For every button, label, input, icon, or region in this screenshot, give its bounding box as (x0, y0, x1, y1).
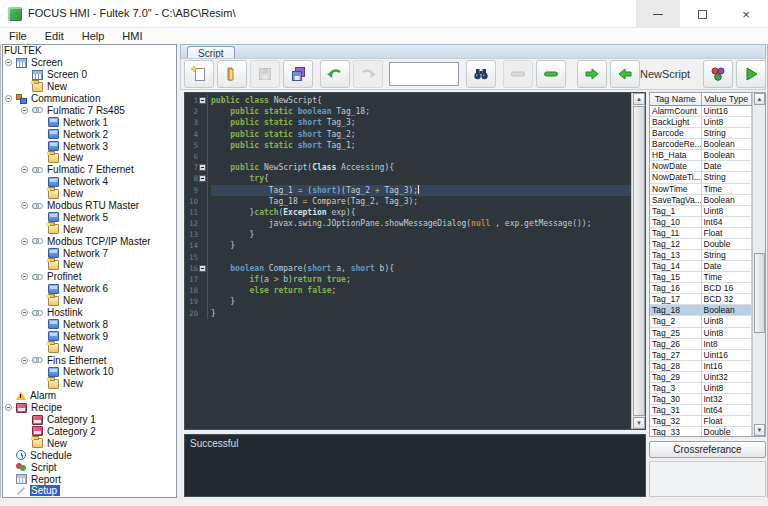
expand-handle-icon[interactable] (21, 273, 28, 280)
tag-row-backlight[interactable]: BackLightUint8 (650, 117, 752, 128)
find-button[interactable] (466, 60, 496, 88)
tag-row-tag-27[interactable]: Tag_27Uint16 (650, 350, 752, 361)
expand-handle-icon[interactable] (5, 95, 12, 102)
tag-row-savetagva-[interactable]: SaveTagVa...Boolean (650, 195, 752, 206)
tree-item-hostlink[interactable]: Hostlink (3, 307, 176, 319)
tag-row-tag-16[interactable]: Tag_16BCD 16 (650, 283, 752, 294)
tree-item-fulmatic-7-ethernet[interactable]: Fulmatic 7 Ethernet (3, 164, 176, 176)
tag-row-tag-30[interactable]: Tag_30Int32 (650, 394, 752, 405)
expand-handle-icon[interactable] (21, 202, 28, 209)
arrow-left-button[interactable] (610, 60, 640, 88)
tree-item-new[interactable]: New (3, 81, 176, 93)
tree-item-new[interactable]: New (3, 342, 176, 354)
tag-row-tag-11[interactable]: Tag_11Float (650, 228, 752, 239)
undo-button[interactable] (320, 60, 350, 88)
editor-scrollbar-thumb[interactable] (633, 106, 645, 416)
tag-scrollbar-thumb[interactable] (754, 253, 765, 333)
dash-green-button[interactable] (536, 60, 566, 88)
tree-item-new[interactable]: New (3, 152, 176, 164)
menu-item-file[interactable]: File (0, 28, 36, 44)
tree-item-network-9[interactable]: Network 9 (3, 330, 176, 342)
expand-handle-icon[interactable] (5, 59, 12, 66)
expand-handle-icon[interactable] (21, 166, 28, 173)
column-header-tag-name[interactable]: Tag Name (650, 93, 702, 105)
tag-row-nowdateti-[interactable]: NowDateTi...String (650, 172, 752, 183)
tree-item-new[interactable]: New (3, 223, 176, 235)
tree-item-network-6[interactable]: Network 6 (3, 283, 176, 295)
tree-item-alarm[interactable]: Alarm (3, 390, 176, 402)
tree-item-script[interactable]: Script (3, 461, 176, 473)
menu-item-edit[interactable]: Edit (36, 28, 73, 44)
tag-row-nowdate[interactable]: NowDateDate (650, 161, 752, 172)
tag-row-tag-25[interactable]: Tag_25Uint8 (650, 328, 752, 339)
menu-item-help[interactable]: Help (73, 28, 114, 44)
tag-table-scrollbar[interactable]: ▲ ▼ (752, 93, 765, 436)
tag-row-tag-26[interactable]: Tag_26Int8 (650, 339, 752, 350)
fold-collapse-icon[interactable] (199, 97, 206, 104)
tree-item-setup[interactable]: Setup (3, 485, 176, 497)
new-script-button[interactable] (184, 60, 214, 88)
code-area[interactable]: 1public class NewScript{2 public static … (185, 93, 631, 429)
tree-item-new[interactable]: New (3, 295, 176, 307)
tree-item-new[interactable]: New (3, 259, 176, 271)
close-button[interactable]: × (724, 0, 768, 28)
tag-row-tag-18[interactable]: Tag_18Boolean (650, 305, 752, 316)
tree-item-network-1[interactable]: Network 1 (3, 116, 176, 128)
tree-item-schedule[interactable]: Schedule (3, 449, 176, 461)
tree-item-fulmatic-7-rs485[interactable]: Fulmatic 7 Rs485 (3, 104, 176, 116)
arrow-right-button[interactable] (577, 60, 607, 88)
tag-row-hb-hata[interactable]: HB_HataBoolean (650, 150, 752, 161)
tag-row-tag-33[interactable]: Tag_33Double (650, 427, 752, 436)
tree-item-recipe[interactable]: Recipe (3, 402, 176, 414)
crossreference-button[interactable]: Crossreferance (649, 441, 766, 458)
fold-collapse-icon[interactable] (199, 164, 206, 171)
tag-row-tag-28[interactable]: Tag_28Int16 (650, 361, 752, 372)
save-all-button[interactable] (283, 60, 313, 88)
expand-handle-icon[interactable] (21, 107, 28, 114)
tag-row-tag-13[interactable]: Tag_13String (650, 250, 752, 261)
tree-item-screen[interactable]: Screen (3, 57, 176, 69)
expand-handle-icon[interactable] (21, 357, 28, 364)
tree-item-profinet[interactable]: Profinet (3, 271, 176, 283)
tag-row-tag-14[interactable]: Tag_14Date (650, 261, 752, 272)
tree-item-network-5[interactable]: Network 5 (3, 211, 176, 223)
tree-item-new[interactable]: New (3, 378, 176, 390)
fold-collapse-icon[interactable] (199, 265, 206, 272)
tree-item-network-3[interactable]: Network 3 (3, 140, 176, 152)
tag-row-tag-3[interactable]: Tag_3Uint8 (650, 383, 752, 394)
expand-handle-icon[interactable] (21, 309, 28, 316)
tag-row-tag-17[interactable]: Tag_17BCD 32 (650, 294, 752, 305)
tree-item-network-2[interactable]: Network 2 (3, 128, 176, 140)
editor-vertical-scrollbar[interactable]: ▲ ▼ (631, 93, 645, 429)
tree-item-network-7[interactable]: Network 7 (3, 247, 176, 259)
tree-item-new[interactable]: New (3, 437, 176, 449)
tag-row-alarmcount[interactable]: AlarmCountUint16 (650, 106, 752, 117)
tree-item-modbus-tcp-ip-master[interactable]: Modbus TCP/IP Master (3, 235, 176, 247)
expand-handle-icon[interactable] (5, 404, 12, 411)
tag-row-tag-1[interactable]: Tag_1Uint8 (650, 206, 752, 217)
column-header-value-type[interactable]: Value Type (702, 93, 753, 105)
tag-row-tag-10[interactable]: Tag_10Int64 (650, 217, 752, 228)
tree-item-modbus-rtu-master[interactable]: Modbus RTU Master (3, 200, 176, 212)
tag-row-barcodere-[interactable]: BarcodeRe...Boolean (650, 139, 752, 150)
tree-root-fultek[interactable]: FULTEK (3, 45, 176, 57)
scroll-down-arrow-icon[interactable]: ▼ (633, 417, 645, 429)
tag-row-tag-29[interactable]: Tag_29Uint32 (650, 372, 752, 383)
scroll-up-arrow-icon[interactable]: ▲ (754, 93, 765, 105)
fold-collapse-icon[interactable] (199, 175, 206, 182)
tree-item-category-1[interactable]: Category 1 (3, 414, 176, 426)
tag-row-nowtime[interactable]: NowTimeTime (650, 184, 752, 195)
tree-item-communication[interactable]: Communication (3, 93, 176, 105)
minimize-button[interactable] (636, 0, 680, 28)
expand-handle-icon[interactable] (21, 238, 28, 245)
build-button[interactable] (703, 60, 733, 88)
tag-row-tag-32[interactable]: Tag_32Float (650, 416, 752, 427)
code-editor[interactable]: 1public class NewScript{2 public static … (184, 92, 646, 430)
tag-row-tag-15[interactable]: Tag_15Time (650, 272, 752, 283)
tree-item-fins-ethernet[interactable]: Fins Ethernet (3, 354, 176, 366)
tree-item-new[interactable]: New (3, 188, 176, 200)
tree-item-network-10[interactable]: Network 10 (3, 366, 176, 378)
tag-row-tag-31[interactable]: Tag_31Int64 (650, 405, 752, 416)
tree-item-report[interactable]: Report (3, 473, 176, 485)
scroll-up-arrow-icon[interactable]: ▲ (633, 93, 645, 105)
